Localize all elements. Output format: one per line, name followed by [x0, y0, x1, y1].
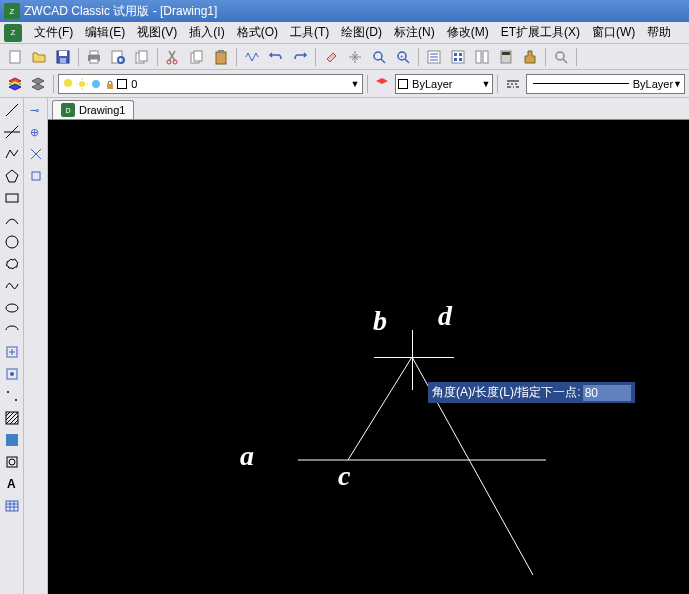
new-button[interactable]	[4, 46, 26, 68]
paste-button[interactable]	[210, 46, 232, 68]
save-button[interactable]	[52, 46, 74, 68]
print-button[interactable]	[83, 46, 105, 68]
app-menu-icon[interactable]: Z	[4, 24, 22, 42]
gradient-tool[interactable]	[2, 430, 22, 450]
design-center-button[interactable]	[447, 46, 469, 68]
svg-point-17	[374, 52, 382, 60]
ellipse-tool[interactable]	[2, 298, 22, 318]
svg-text:A: A	[7, 477, 16, 491]
svg-point-36	[92, 80, 100, 88]
polygon-tool[interactable]	[2, 166, 22, 186]
svg-rect-25	[454, 53, 457, 56]
menu-edit[interactable]: 编辑(E)	[79, 22, 131, 43]
pline-tool[interactable]	[2, 144, 22, 164]
erase-button[interactable]	[320, 46, 342, 68]
clean-button[interactable]	[519, 46, 541, 68]
tab-drawing1[interactable]: D Drawing1	[52, 100, 134, 119]
text-tool[interactable]: A	[2, 474, 22, 494]
circle-tool[interactable]	[2, 232, 22, 252]
svg-line-58	[14, 420, 18, 424]
svg-point-46	[6, 236, 18, 248]
menu-view[interactable]: 视图(V)	[131, 22, 183, 43]
svg-point-33	[556, 52, 564, 60]
svg-rect-32	[502, 52, 510, 55]
snap-tool1[interactable]: ⊸	[26, 100, 46, 120]
table-tool[interactable]	[2, 496, 22, 516]
search-button[interactable]	[550, 46, 572, 68]
zoom-extents-button[interactable]: +	[392, 46, 414, 68]
linetype-combo[interactable]: ByLayer ▼	[526, 74, 685, 94]
match-button[interactable]	[241, 46, 263, 68]
lock-icon	[103, 77, 117, 91]
tool-palette-button[interactable]	[471, 46, 493, 68]
spline-tool[interactable]	[2, 276, 22, 296]
svg-line-55	[6, 412, 14, 420]
line-tool[interactable]	[2, 100, 22, 120]
svg-point-51	[7, 391, 9, 393]
svg-point-47	[6, 304, 18, 312]
color-combo[interactable]: ByLayer ▼	[395, 74, 493, 94]
insert-block-tool[interactable]	[2, 342, 22, 362]
menu-insert[interactable]: 插入(I)	[183, 22, 230, 43]
cursor-vertical	[412, 330, 413, 390]
toolbar-standard: +	[0, 44, 689, 70]
arc-tool[interactable]	[2, 210, 22, 230]
layer-states-button[interactable]	[28, 73, 50, 95]
svg-rect-26	[459, 53, 462, 56]
cut-button[interactable]	[162, 46, 184, 68]
color-button[interactable]	[371, 73, 393, 95]
color-swatch	[117, 79, 127, 89]
preview-button[interactable]	[107, 46, 129, 68]
snap-tool2[interactable]: ⊕	[26, 122, 46, 142]
layer-combo[interactable]: 0 ▼	[58, 74, 362, 94]
redo-button[interactable]	[289, 46, 311, 68]
workspace: A ⊸ ⊕ D Drawing1 角度(A)/长度	[0, 98, 689, 594]
svg-rect-45	[6, 194, 18, 202]
layer-properties-button[interactable]	[4, 73, 26, 95]
region-tool[interactable]	[2, 452, 22, 472]
annotation-a: a	[240, 440, 254, 472]
drawing-canvas[interactable]: 角度(A)/长度(L)/指定下一点: a b c d	[48, 120, 689, 594]
zoom-window-button[interactable]	[368, 46, 390, 68]
make-block-tool[interactable]	[2, 364, 22, 384]
open-button[interactable]	[28, 46, 50, 68]
properties-button[interactable]	[423, 46, 445, 68]
revcloud-tool[interactable]	[2, 254, 22, 274]
menu-help[interactable]: 帮助	[641, 22, 677, 43]
svg-text:⊕: ⊕	[30, 126, 39, 138]
svg-rect-72	[32, 172, 40, 180]
snap-tool3[interactable]	[26, 144, 46, 164]
svg-line-41	[6, 104, 18, 116]
calc-button[interactable]	[495, 46, 517, 68]
publish-button[interactable]	[131, 46, 153, 68]
svg-rect-14	[194, 51, 202, 61]
svg-rect-0	[10, 51, 20, 63]
pan-button[interactable]	[344, 46, 366, 68]
prompt-input[interactable]	[583, 385, 631, 401]
menu-window[interactable]: 窗口(W)	[586, 22, 641, 43]
copy-button[interactable]	[186, 46, 208, 68]
menu-modify[interactable]: 修改(M)	[441, 22, 495, 43]
menu-tools[interactable]: 工具(T)	[284, 22, 335, 43]
annotation-c: c	[338, 460, 350, 492]
hatch-tool[interactable]	[2, 408, 22, 428]
dwg-icon: D	[61, 103, 75, 117]
rectangle-tool[interactable]	[2, 188, 22, 208]
point-tool[interactable]	[2, 386, 22, 406]
xline-tool[interactable]	[2, 122, 22, 142]
linetype-button[interactable]	[502, 73, 524, 95]
menu-draw[interactable]: 绘图(D)	[335, 22, 388, 43]
toolbar-layers: 0 ▼ ByLayer ▼ ByLayer ▼	[0, 70, 689, 98]
svg-line-57	[10, 416, 18, 424]
command-prompt: 角度(A)/长度(L)/指定下一点:	[428, 382, 635, 403]
menu-etextend[interactable]: ET扩展工具(X)	[495, 22, 586, 43]
ellipse-arc-tool[interactable]	[2, 320, 22, 340]
menu-dimension[interactable]: 标注(N)	[388, 22, 441, 43]
snap-tool4[interactable]	[26, 166, 46, 186]
sun-icon	[75, 77, 89, 91]
menu-file[interactable]: 文件(F)	[28, 22, 79, 43]
undo-button[interactable]	[265, 46, 287, 68]
app-icon: Z	[4, 3, 20, 19]
menu-format[interactable]: 格式(O)	[231, 22, 284, 43]
dropdown-icon: ▼	[673, 79, 682, 89]
